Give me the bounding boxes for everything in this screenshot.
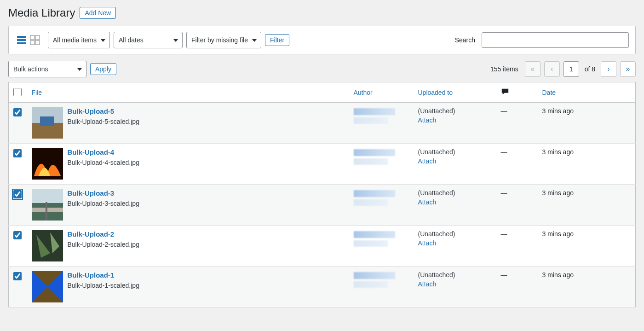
uploaded-status: (Unattached) xyxy=(418,271,492,279)
search-input[interactable] xyxy=(482,32,629,48)
svg-rect-14 xyxy=(46,202,47,221)
svg-rect-1 xyxy=(17,39,26,41)
date-value: 3 mins ago xyxy=(542,271,574,279)
media-thumbnail[interactable] xyxy=(32,230,63,261)
add-new-button[interactable]: Add New xyxy=(80,7,116,19)
items-count: 155 items xyxy=(490,65,518,73)
comments-count: — xyxy=(501,107,507,115)
svg-rect-0 xyxy=(17,36,26,38)
date-value: 3 mins ago xyxy=(542,189,574,197)
file-name: Bulk-Upload-1-scaled.jpg xyxy=(68,282,139,289)
page-last-button[interactable]: » xyxy=(620,61,636,77)
svg-rect-11 xyxy=(32,189,63,203)
svg-rect-9 xyxy=(40,116,54,126)
media-thumbnail[interactable] xyxy=(32,148,63,180)
author-redacted xyxy=(354,231,395,238)
author-redacted xyxy=(354,190,395,197)
page-total-label: of 8 xyxy=(585,65,595,73)
svg-rect-4 xyxy=(35,35,40,40)
column-uploaded-to[interactable]: Uploaded to xyxy=(414,82,496,103)
media-thumbnail[interactable] xyxy=(32,189,63,221)
attach-link[interactable]: Attach xyxy=(418,280,437,288)
uploaded-status: (Unattached) xyxy=(418,107,492,115)
grid-view-icon[interactable] xyxy=(29,34,41,46)
attach-link[interactable]: Attach xyxy=(418,239,437,247)
page-number-input[interactable] xyxy=(564,61,579,77)
table-row: Bulk-Upload-5 Bulk-Upload-5-scaled.jpg (… xyxy=(9,103,636,144)
author-redacted xyxy=(354,108,395,115)
file-title-link[interactable]: Bulk-Upload-2 xyxy=(68,230,115,238)
comments-count: — xyxy=(501,148,507,156)
table-row: Bulk-Upload-1 Bulk-Upload-1-scaled.jpg (… xyxy=(9,267,636,308)
author-redacted xyxy=(354,272,395,279)
filter-button[interactable]: Filter xyxy=(265,34,289,46)
author-redacted xyxy=(354,240,388,247)
file-name: Bulk-Upload-3-scaled.jpg xyxy=(68,200,139,207)
table-row: Bulk-Upload-3 Bulk-Upload-3-scaled.jpg (… xyxy=(9,185,636,226)
column-file[interactable]: File xyxy=(27,82,349,103)
file-title-link[interactable]: Bulk-Upload-1 xyxy=(68,271,115,279)
row-checkbox[interactable] xyxy=(13,108,22,116)
uploaded-status: (Unattached) xyxy=(418,189,492,197)
file-title-link[interactable]: Bulk-Upload-5 xyxy=(68,107,115,115)
svg-rect-5 xyxy=(30,41,34,45)
date-filter[interactable]: All dates xyxy=(114,32,183,48)
file-title-link[interactable]: Bulk-Upload-3 xyxy=(68,189,115,197)
file-name: Bulk-Upload-4-scaled.jpg xyxy=(68,159,139,166)
apply-button[interactable]: Apply xyxy=(90,63,116,75)
table-row: Bulk-Upload-4 Bulk-Upload-4-scaled.jpg (… xyxy=(9,144,636,185)
file-name: Bulk-Upload-5-scaled.jpg xyxy=(68,118,139,125)
attach-link[interactable]: Attach xyxy=(418,198,437,206)
search-label: Search xyxy=(455,36,475,44)
column-comments[interactable] xyxy=(496,82,538,103)
row-checkbox[interactable] xyxy=(13,272,22,280)
row-checkbox[interactable] xyxy=(13,190,22,198)
date-value: 3 mins ago xyxy=(542,107,574,115)
svg-rect-3 xyxy=(30,35,34,40)
author-redacted xyxy=(354,117,388,124)
comments-count: — xyxy=(501,271,507,279)
page-next-button[interactable]: › xyxy=(601,61,616,77)
comments-count: — xyxy=(501,230,507,238)
date-value: 3 mins ago xyxy=(542,148,574,156)
missing-file-filter[interactable]: Filter by missing file xyxy=(186,32,261,48)
author-redacted xyxy=(354,149,395,156)
table-row: Bulk-Upload-2 Bulk-Upload-2-scaled.jpg (… xyxy=(9,226,636,267)
author-redacted xyxy=(354,199,388,206)
page-first-button[interactable]: « xyxy=(525,61,540,77)
file-title-link[interactable]: Bulk-Upload-4 xyxy=(68,148,115,156)
column-date[interactable]: Date xyxy=(538,82,636,103)
uploaded-status: (Unattached) xyxy=(418,148,492,156)
date-value: 3 mins ago xyxy=(542,230,574,238)
svg-rect-2 xyxy=(17,42,26,44)
svg-rect-6 xyxy=(35,41,40,45)
file-name: Bulk-Upload-2-scaled.jpg xyxy=(68,241,139,248)
comments-count: — xyxy=(501,189,507,197)
media-thumbnail[interactable] xyxy=(32,107,63,139)
author-redacted xyxy=(354,158,388,165)
media-type-filter[interactable]: All media items xyxy=(48,32,110,48)
row-checkbox[interactable] xyxy=(13,149,22,157)
bulk-actions-select[interactable]: Bulk actions xyxy=(8,61,86,77)
attach-link[interactable]: Attach xyxy=(418,157,437,165)
list-view-icon[interactable] xyxy=(15,34,28,46)
page-title: Media Library xyxy=(8,6,75,19)
media-thumbnail[interactable] xyxy=(32,271,63,302)
uploaded-status: (Unattached) xyxy=(418,230,492,238)
select-all-checkbox[interactable] xyxy=(13,88,22,96)
column-author[interactable]: Author xyxy=(349,82,414,103)
row-checkbox[interactable] xyxy=(13,231,22,239)
author-redacted xyxy=(354,281,388,288)
attach-link[interactable]: Attach xyxy=(418,116,437,124)
page-prev-button[interactable]: ‹ xyxy=(544,61,560,77)
media-table: File Author Uploaded to Date Bulk-Upload… xyxy=(8,82,636,308)
comment-icon xyxy=(501,90,509,97)
filter-toolbar: All media items All dates Filter by miss… xyxy=(8,26,636,54)
